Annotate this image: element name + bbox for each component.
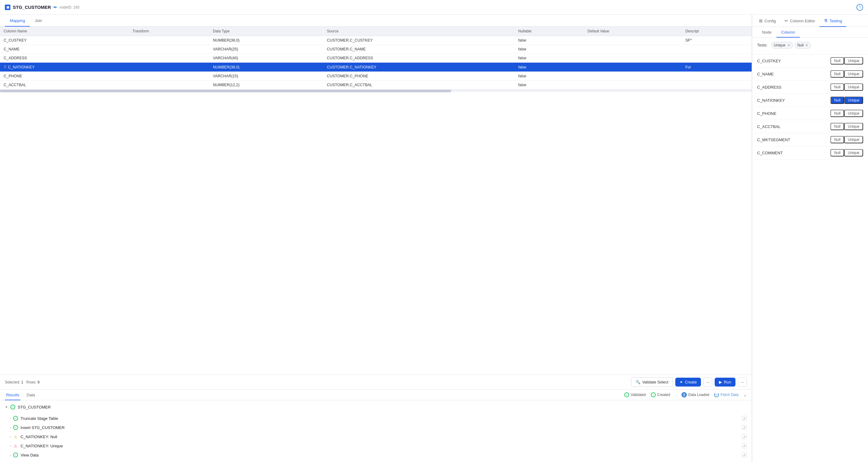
unique-badge-c_address[interactable]: Unique <box>844 83 863 91</box>
panel-tab-column-editor[interactable]: ✏ Column Editor <box>780 15 819 27</box>
create-button[interactable]: ✦ Create <box>675 378 701 386</box>
null-badge-c_phone[interactable]: Null <box>831 110 844 117</box>
expand-icon-view[interactable]: ⤢ <box>742 453 747 457</box>
table-row[interactable]: C_PHONE VARCHAR(15) CUSTOMER.C_PHONE fal… <box>0 72 752 81</box>
cell-default <box>584 45 682 54</box>
null-badge-c_address[interactable]: Null <box>831 83 844 91</box>
expand-icon-null[interactable]: ⤢ <box>742 434 747 439</box>
col-test-name: C_CUSTKEY <box>757 59 831 63</box>
sub-tab-node[interactable]: Node <box>757 27 776 37</box>
col-test-row: C_ACCTBAL Null Unique <box>755 120 866 133</box>
result-group-header[interactable]: ▼ ✓ STG_CUSTOMER <box>5 403 747 411</box>
cell-name: C_ADDRESS <box>0 54 129 63</box>
panel-tab-testing[interactable]: ⚗ Testing <box>819 15 846 27</box>
selected-count: 1 <box>21 380 23 384</box>
tab-bar: Mapping Join <box>0 15 752 27</box>
create-more-button[interactable]: ··· <box>703 377 712 387</box>
col-test-row: C_PHONE Null Unique <box>755 107 866 120</box>
col-test-name: C_MKTSEGMENT <box>757 138 831 142</box>
testing-icon: ⚗ <box>824 18 828 23</box>
null-badge-c_name[interactable]: Null <box>831 70 844 78</box>
panel-tab-config[interactable]: ⊞ Config <box>755 15 780 27</box>
col-test-name: C_NAME <box>757 72 831 77</box>
chip-null-remove[interactable]: ✕ <box>805 44 808 47</box>
result-item-unique-test[interactable]: › ⚠ C_NATIONKEY: Unique ⤢ <box>0 441 752 451</box>
cell-transform <box>129 45 209 54</box>
chip-unique: Unique ✕ <box>771 42 793 49</box>
mapping-table: Column Name Transform Data Type Source N… <box>0 27 752 89</box>
result-item-view-data[interactable]: › ✓ View Data ⤢ <box>0 451 752 460</box>
bottom-bar: Selected: 1 Rows: 9 🔍 Validate Select ✦ … <box>0 375 752 389</box>
col-header-transform: Transform <box>129 27 209 36</box>
fetch-data-label: Fetch Data <box>720 393 739 397</box>
validate-select-button[interactable]: 🔍 Validate Select <box>631 377 673 387</box>
table-row[interactable]: ⠿C_NATIONKEY NUMBER(38,0) CUSTOMER.C_NAT… <box>0 63 752 72</box>
table-container: Column Name Transform Data Type Source N… <box>0 27 752 375</box>
data-loaded-badge: 3 <box>681 392 687 398</box>
testing-label: Testing <box>830 19 842 23</box>
col-test-row: C_ADDRESS Null Unique <box>755 81 866 94</box>
col-test-name: C_NATIONKEY <box>757 98 831 103</box>
result-item-truncate[interactable]: › ✓ Truncate Stage Table ⤢ <box>0 414 752 423</box>
expand-icon-insert[interactable]: ⤢ <box>742 425 747 430</box>
unique-badge-c_mktsegment[interactable]: Unique <box>844 136 863 143</box>
unique-badge-c_nationkey[interactable]: Unique <box>844 96 863 104</box>
null-badge-c_comment[interactable]: Null <box>831 149 844 156</box>
tab-join[interactable]: Join <box>30 15 47 27</box>
null-badge-c_custkey[interactable]: Null <box>831 57 844 64</box>
tab-mapping[interactable]: Mapping <box>5 15 30 27</box>
expand-icon-truncate[interactable]: ⤢ <box>742 416 747 421</box>
cell-nullable: false <box>515 54 584 63</box>
cell-datatype: VARCHAR(15) <box>209 72 323 81</box>
run-button[interactable]: ▶ Run <box>715 378 736 386</box>
null-badge-c_acctbal[interactable]: Null <box>831 123 844 130</box>
tab-data[interactable]: Data <box>25 389 36 400</box>
table-row[interactable]: C_CUSTKEY NUMBER(38,0) CUSTOMER.C_CUSTKE… <box>0 36 752 45</box>
help-icon[interactable]: ? <box>857 4 863 11</box>
result-item-insert[interactable]: › ✓ Insert STG_CUSTOMER ⤢ <box>0 423 752 432</box>
cell-nullable: false <box>515 36 584 45</box>
results-tab-bar: Results Data ✓ Validated ✓ Created - 3 <box>0 389 752 400</box>
unique-badge-c_phone[interactable]: Unique <box>844 110 863 117</box>
cell-datatype: VARCHAR(25) <box>209 45 323 54</box>
sub-tabs: Node Column <box>752 27 868 37</box>
chip-unique-label: Unique <box>774 43 785 47</box>
result-item-null-test[interactable]: › ⚠ C_NATIONKEY: Null ⤢ <box>0 432 752 441</box>
unique-badge-c_name[interactable]: Unique <box>844 70 863 78</box>
result-group-stg-customer: ▼ ✓ STG_CUSTOMER <box>5 403 747 411</box>
unique-error-icon: ⚠ <box>13 443 18 448</box>
cell-name: ⠿C_NATIONKEY <box>0 63 129 72</box>
col-test-name: C_COMMENT <box>757 151 831 155</box>
run-more-button[interactable]: ··· <box>738 377 747 387</box>
search-icon: 🔍 <box>636 380 641 384</box>
unique-badge-c_comment[interactable]: Unique <box>844 149 863 156</box>
unique-badge-c_custkey[interactable]: Unique <box>844 57 863 64</box>
unique-badge-c_acctbal[interactable]: Unique <box>844 123 863 130</box>
cell-transform <box>129 81 209 89</box>
col-test-row: C_MKTSEGMENT Null Unique <box>755 133 866 146</box>
tests-chips: Unique ✕ Null ✕ <box>771 42 811 49</box>
status-fetch-data[interactable]: ↻ Fetch Data <box>714 392 739 397</box>
header-title: ▦ STG_CUSTOMER ✏ nodeID: 165 <box>5 5 80 10</box>
null-badge-c_mktsegment[interactable]: Null <box>831 136 844 143</box>
validated-check-icon: ✓ <box>624 392 629 397</box>
chip-unique-remove[interactable]: ✕ <box>787 44 790 47</box>
cell-name: C_ACCTBAL <box>0 81 129 89</box>
chevron-right-icon-2: › <box>10 426 11 429</box>
table-icon: ▦ <box>5 5 10 10</box>
table-row[interactable]: C_ADDRESS VARCHAR(40) CUSTOMER.C_ADDRESS… <box>0 54 752 63</box>
col-test-row: C_NAME Null Unique <box>755 67 866 81</box>
chevron-right-icon-3: › <box>10 435 11 438</box>
cell-descript: For <box>682 63 752 72</box>
table-row[interactable]: C_NAME VARCHAR(25) CUSTOMER.C_NAME false <box>0 45 752 54</box>
collapse-button[interactable]: ⌄ <box>743 393 747 397</box>
edit-icon[interactable]: ✏ <box>54 5 57 10</box>
tab-results[interactable]: Results <box>5 389 21 400</box>
insert-check-icon: ✓ <box>13 425 18 430</box>
sub-tab-column[interactable]: Column <box>776 27 800 37</box>
chevron-down-icon: ▼ <box>5 405 8 409</box>
null-badge-c_nationkey[interactable]: Null <box>831 96 844 104</box>
table-row[interactable]: C_ACCTBAL NUMBER(12,2) CUSTOMER.C_ACCTBA… <box>0 81 752 89</box>
expand-icon-unique[interactable]: ⤢ <box>742 443 747 448</box>
scroll-bar[interactable] <box>0 89 752 92</box>
